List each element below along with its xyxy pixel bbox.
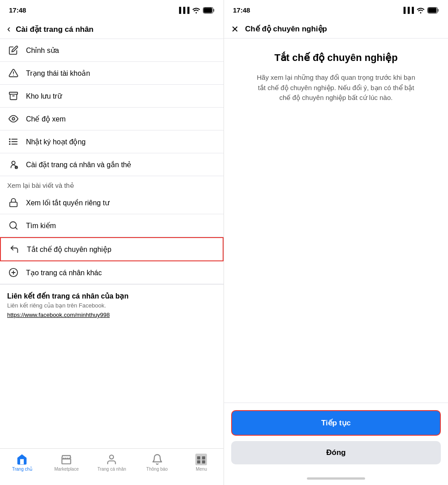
svg-point-14: [12, 161, 15, 165]
lock-icon: [7, 198, 20, 208]
menu-item-profile-settings[interactable]: Cài đặt trang cá nhân và gắn thẻ: [0, 153, 224, 176]
nav-item-home-label: Trang chủ: [12, 467, 32, 472]
menu-item-privacy-label: Xem lối tắt quyền riêng tư: [26, 199, 109, 207]
nav-item-profile-label: Trang cá nhân: [97, 467, 126, 472]
nav-item-notifications-label: Thông báo: [146, 467, 168, 472]
menu-icon: [195, 452, 207, 465]
svg-rect-31: [438, 9, 439, 12]
link-section-title: Liên kết đến trang cá nhân của bạn: [7, 292, 216, 300]
right-header-title: Chế độ chuyên nghiệp: [245, 24, 327, 34]
link-section-url[interactable]: https://www.facebook.com/minhthuy998: [7, 312, 216, 318]
wifi-icon: [192, 6, 200, 13]
link-section: Liên kết đến trang cá nhân của bạn Liên …: [0, 284, 224, 325]
continue-button[interactable]: Tiếp tục: [231, 410, 441, 436]
archive-icon: [7, 91, 20, 101]
menu-item-view-mode[interactable]: Chế độ xem: [0, 108, 224, 130]
battery-icon: [203, 6, 215, 13]
back-button[interactable]: ‹: [7, 24, 10, 34]
menu-item-edit[interactable]: Chỉnh sửa: [0, 39, 224, 62]
bell-icon: [151, 452, 163, 465]
menu-item-turn-off-pro[interactable]: Tắt chế độ chuyên nghiệp: [0, 237, 224, 261]
menu-item-account-status-label: Trạng thái tài khoản: [26, 69, 90, 78]
marketplace-icon: [60, 452, 72, 465]
right-content: Tắt chế độ chuyên nghiệp Hãy xem lại nhữ…: [224, 39, 448, 403]
nav-item-marketplace-label: Marketplace: [54, 467, 78, 472]
right-time: 17:48: [233, 6, 250, 14]
svg-point-11: [9, 139, 10, 140]
nav-item-notifications[interactable]: Thông báo: [144, 452, 171, 472]
nav-item-home[interactable]: Trang chủ: [9, 452, 35, 472]
left-header-title: Cài đặt trang cá nhân: [16, 25, 93, 34]
svg-point-13: [9, 144, 10, 145]
svg-rect-26: [202, 456, 205, 459]
svg-rect-1: [204, 8, 212, 13]
menu-item-create-profile[interactable]: Tạo trang cá nhân khác: [0, 261, 224, 284]
left-time: 17:48: [9, 6, 26, 14]
home-indicator-bar: [307, 477, 365, 480]
list-icon: [7, 137, 20, 147]
svg-line-18: [15, 227, 17, 229]
nav-item-menu-label: Menu: [196, 467, 207, 472]
menu-item-create-profile-label: Tạo trang cá nhân khác: [26, 268, 102, 277]
right-header: ✕ Chế độ chuyên nghiệp: [224, 20, 448, 39]
svg-rect-28: [202, 460, 205, 463]
close-button[interactable]: ✕: [231, 25, 239, 34]
svg-rect-22: [62, 459, 71, 464]
profile-icon: [106, 452, 117, 465]
search-icon: [7, 221, 20, 230]
menu-item-account-status[interactable]: Trạng thái tài khoản: [0, 62, 224, 85]
menu-item-edit-label: Chỉnh sửa: [26, 46, 59, 55]
link-section-subtitle: Liên kết riêng của bạn trên Facebook.: [7, 302, 216, 309]
menu-item-turn-off-pro-label: Tắt chế độ chuyên nghiệp: [27, 245, 112, 254]
left-panel: 17:48 ▐▐▐ ‹ Cài đặt trang cá nhân: [0, 0, 224, 485]
left-menu-list: Chỉnh sửa Trạng thái tài khoản: [0, 39, 224, 448]
bottom-nav: Trang chủ Marketplace Trang cá nhân: [0, 448, 224, 485]
right-actions: Tiếp tục Đóng: [224, 403, 448, 472]
menu-item-view-mode-label: Chế độ xem: [26, 115, 65, 123]
warning-icon: [7, 68, 20, 78]
nav-item-menu[interactable]: Menu: [188, 452, 215, 472]
menu-item-search-label: Tìm kiếm: [26, 221, 56, 230]
menu-item-privacy[interactable]: Xem lối tắt quyền riêng tư: [0, 191, 224, 214]
right-wifi-icon: [417, 6, 425, 13]
menu-item-activity-log-label: Nhật ký hoạt động: [26, 138, 86, 146]
svg-rect-24: [195, 454, 207, 465]
nav-item-marketplace[interactable]: Marketplace: [53, 452, 80, 472]
eye-icon: [7, 114, 20, 124]
svg-point-23: [110, 455, 114, 459]
nav-item-profile[interactable]: Trang cá nhân: [97, 452, 126, 472]
svg-rect-2: [213, 9, 215, 12]
right-status-icons: ▐▐▐: [401, 6, 439, 13]
section-label-review: Xem lại bài viết và thẻ: [0, 176, 224, 191]
menu-item-storage-label: Kho lưu trữ: [26, 92, 62, 100]
menu-item-search[interactable]: Tìm kiếm: [0, 214, 224, 237]
right-description: Hãy xem lại những thay đổi quan trọng tr…: [255, 73, 417, 103]
right-signal-icon: ▐▐▐: [401, 7, 414, 13]
pencil-icon: [7, 45, 20, 55]
left-header: ‹ Cài đặt trang cá nhân: [0, 20, 224, 39]
right-panel: 17:48 ▐▐▐ ✕ Chế độ chuyên nghiệp: [224, 0, 448, 485]
left-status-icons: ▐▐▐: [177, 6, 215, 13]
svg-rect-16: [10, 202, 17, 207]
svg-point-12: [9, 141, 10, 142]
turn-off-icon: [8, 244, 21, 254]
home-indicator: [224, 472, 448, 485]
left-status-bar: 17:48 ▐▐▐: [0, 0, 224, 20]
menu-item-activity-log[interactable]: Nhật ký hoạt động: [0, 130, 224, 153]
home-icon: [16, 452, 28, 465]
plus-circle-icon: [7, 268, 20, 277]
right-status-bar: 17:48 ▐▐▐: [224, 0, 448, 20]
svg-point-7: [12, 117, 15, 120]
signal-icon: ▐▐▐: [177, 7, 190, 13]
close-action-button[interactable]: Đóng: [231, 441, 441, 464]
svg-rect-30: [428, 8, 437, 13]
right-battery-icon: [427, 6, 439, 13]
svg-rect-25: [197, 456, 200, 459]
menu-item-storage[interactable]: Kho lưu trữ: [0, 85, 224, 108]
right-main-title: Tắt chế độ chuyên nghiệp: [274, 52, 397, 64]
svg-rect-27: [197, 460, 200, 463]
gear-user-icon: [7, 160, 20, 169]
svg-rect-5: [9, 92, 17, 95]
menu-item-profile-settings-label: Cài đặt trang cá nhân và gắn thẻ: [26, 160, 131, 169]
